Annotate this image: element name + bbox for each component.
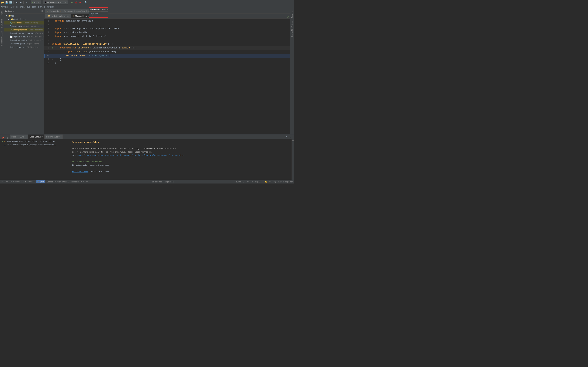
run-panel-btn[interactable]: ▶ 4: Run <box>81 181 88 183</box>
toolbar-refresh-btn[interactable]: 🔄 <box>9 0 13 4</box>
tree-gradle-props-global-label: gradle.properties <box>12 29 27 31</box>
bottom-tab-build[interactable]: Build: <box>10 134 18 139</box>
toolbar-open-btn[interactable]: 📂 <box>1 0 5 4</box>
run-config-dropdown[interactable]: ▶ app ▼ <box>31 0 41 4</box>
android-dropdown[interactable]: Android ▼ <box>5 10 15 12</box>
status-bar-right: 10:38 LF UTF-8 4 spaces 🔔 Event Log Layo… <box>236 181 293 183</box>
encoding-btn[interactable]: UTF-8 <box>247 181 253 183</box>
side-tab-project[interactable]: Project <box>0 9 3 18</box>
todo-btn[interactable]: ☑ TODO <box>1 181 9 183</box>
tree-item-build-gradle-project[interactable]: 🔧 build.gradle (Project: MyKotlin) <box>4 21 44 25</box>
code-editor[interactable]: 1 package com.example.mykotlin 2 3 impor… <box>44 18 290 134</box>
device-file-explorer-tab[interactable]: Device File Explorer <box>291 20 294 38</box>
breadcrumb-item-6[interactable]: example <box>38 6 45 8</box>
bottom-pin-icon[interactable]: 📌 <box>1 137 4 139</box>
tree-item-local-properties[interactable]: ⚙ local.properties (SDK Location) <box>4 45 44 49</box>
run-btn[interactable]: ▶ <box>70 0 74 4</box>
build-analyzer-link[interactable]: Build Analyzer <box>72 171 88 173</box>
bottom-tab-sync[interactable]: Sync ✕ <box>18 134 28 139</box>
bottom-panel-controls: 📌 ⬇ ⊕ <box>1 137 9 139</box>
editor-tab-main-activity[interactable]: K MainActivity λ onCreate(savedInstanceS… <box>45 9 95 13</box>
bottom-scroll-icon[interactable]: ⬇ <box>4 137 6 139</box>
bottom-filter-icon[interactable]: ⊕ <box>7 137 8 139</box>
line-content-12: } <box>55 62 290 65</box>
app-folder-icon: ▼ <box>5 15 8 17</box>
stop-btn[interactable]: ⏹ <box>78 0 82 4</box>
logcat-btn[interactable]: Logcat <box>47 181 53 183</box>
file-tab-main-activity-kt[interactable]: K MainActivity.kt ✕ <box>71 14 92 18</box>
breadcrumb-item-5[interactable]: com <box>32 6 36 8</box>
device-dropdown[interactable]: 📱 HUAWEI ALP-AL00 ▼ <box>43 0 68 4</box>
tree-item-gradle-wrapper[interactable]: ⚙ gradle-wrapper.properties (Gradle Vers… <box>4 32 44 35</box>
run-config-label: app <box>34 1 37 3</box>
tree-gradle-wrapper-label: gradle-wrapper.properties <box>12 32 34 34</box>
scroll-indicator[interactable] <box>292 140 294 141</box>
db-inspector-btn[interactable]: Database Inspector <box>62 181 79 183</box>
debug-btn[interactable]: 🐞 <box>74 0 78 4</box>
bottom-minimize-btn[interactable]: − <box>289 135 293 139</box>
tree-item-gradle-scripts[interactable]: ▼ 📁 Gradle Scripts <box>4 17 44 21</box>
toolbar-save-btn[interactable]: 💾 <box>5 0 9 4</box>
run-gutter-icon[interactable]: ▶ <box>52 47 54 50</box>
line-num-10: 10 <box>44 54 52 57</box>
tree-item-settings-gradle[interactable]: ⚙ settings.gradle (Project Settings) <box>4 42 44 45</box>
toolbar-sep-1 <box>13 1 14 4</box>
tree-item-app[interactable]: ▼ 📁 app <box>4 14 44 17</box>
build-warning-icon-2: ⚠ <box>4 144 6 146</box>
line-ending-btn[interactable]: LF <box>243 181 245 183</box>
time-display: 10:38 <box>236 181 241 183</box>
side-tab-resource-manager[interactable]: Resource Manager <box>0 30 3 47</box>
event-log-btn[interactable]: 🔔 Event Log <box>265 181 276 183</box>
breadcrumb-item-7[interactable]: mykotlin <box>47 6 54 8</box>
line-content-1: package com.example.mykotlin <box>55 19 290 23</box>
tree-item-gradle-properties-global[interactable]: ⚙ gradle.properties (Global Properties) <box>4 28 44 32</box>
line-content-6 <box>55 39 290 42</box>
breadcrumb-item-0[interactable]: MyKotlin <box>1 6 9 8</box>
profiler-btn[interactable]: Profiler <box>54 181 61 183</box>
bottom-tab-build-analyzer-close[interactable]: ✕ <box>59 136 61 138</box>
side-tab-structure[interactable]: 1: Structure <box>0 18 3 30</box>
tree-item-gradle-properties-project[interactable]: ⚙ gradle.properties (Project Properties) <box>4 39 44 42</box>
line-num-12: 12 <box>44 62 51 65</box>
bottom-tab-sync-close[interactable]: ✕ <box>25 136 26 138</box>
tree-app-label: app <box>11 15 14 17</box>
build-output-panel: Task :app:assembleDebug Deprecated Gradl… <box>70 139 292 180</box>
breadcrumb-item-2[interactable]: src <box>16 6 18 8</box>
file-tab-xml-close[interactable]: ✕ <box>67 15 69 17</box>
build-tree-item-warning[interactable]: ⚠ Please remove usages of `jcenter()` Ma… <box>0 143 70 146</box>
bottom-tab-build-output[interactable]: Build Output ✕ <box>28 134 45 139</box>
problems-btn[interactable]: ⚠ 6: Problems <box>11 181 24 183</box>
toolbar-back-btn[interactable]: ◀ <box>15 0 18 4</box>
run-popup-tab-main[interactable]: MainActivity <box>89 8 101 11</box>
breadcrumb-item-3[interactable]: main <box>20 6 25 8</box>
editor-checkmark: ✓ <box>287 16 290 18</box>
toolbar-undo-btn[interactable]: ↩ <box>25 0 28 4</box>
run-popup-run-label[interactable]: Run 'app' <box>91 12 106 14</box>
tree-build-gradle-module-sub: (Module: MyKotlin.app) <box>24 25 42 27</box>
terminal-btn[interactable]: ▶ Terminal <box>25 181 34 183</box>
tree-proguard-label: proguard-rules.pro <box>12 36 28 38</box>
breadcrumb-item-1[interactable]: app <box>10 6 14 8</box>
breadcrumb-item-4[interactable]: java <box>27 6 30 8</box>
code-line-8: 8 ▶ override fun onCreate ( savedInstanc… <box>44 46 290 50</box>
bottom-tab-build-output-close[interactable]: ✕ <box>41 136 43 138</box>
tree-item-build-gradle-module[interactable]: 🔧 build.gradle (Module: MyKotlin.app) <box>4 25 44 28</box>
run-popup-tab-oncreate[interactable]: onCreate... <box>101 8 111 11</box>
search-btn[interactable]: 🔍 <box>84 0 88 4</box>
breadcrumb: MyKotlin › app › src › main › java › com… <box>0 5 294 9</box>
bottom-settings-btn[interactable]: ⚙ <box>285 135 288 139</box>
layout-inspector-btn[interactable]: Layout Inspector <box>278 181 293 183</box>
gradle-link[interactable]: https://docs.gradle.org/6.7.1/userguide/… <box>77 154 184 156</box>
emulator-tab[interactable]: Emulator <box>291 9 294 19</box>
toolbar-forward-btn[interactable]: ▶ <box>19 0 23 4</box>
build-tree-item-success[interactable]: ▼ ⚠ Build: finished at 2021/5/9 23:53 wi… <box>0 140 70 143</box>
tree-settings-gradle-sub: (Project Settings) <box>26 43 40 45</box>
build-btn[interactable]: 🔨 Build <box>36 180 45 183</box>
project-gear-icon[interactable]: ⚙ <box>41 10 43 12</box>
indent-btn[interactable]: 4 spaces <box>255 181 262 183</box>
tree-item-proguard[interactable]: 📄 proguard-rules.pro (ProGuard Rules for… <box>4 35 44 39</box>
file-tab-activity-main-xml[interactable]: XML activity_main.xml ✕ <box>45 14 71 18</box>
bottom-tab-build-output-label: Build Output <box>30 136 41 138</box>
bottom-tab-build-analyzer[interactable]: Build Analyzer ✕ <box>45 134 63 139</box>
code-line-7: 7 ⬡ class MainActivity : AppCompatActivi… <box>44 42 290 46</box>
